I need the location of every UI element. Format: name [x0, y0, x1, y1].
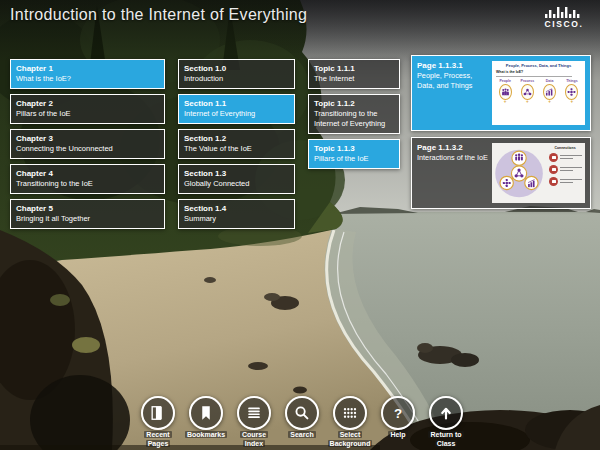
- section-1-4-item[interactable]: Section 1.4 Summary: [178, 199, 295, 229]
- section-1-1-item[interactable]: Section 1.1 Internet of Everything: [178, 94, 295, 124]
- section-subtitle: Introduction: [184, 74, 289, 84]
- toolbar-label: Recent Pages: [144, 431, 171, 448]
- connection-badge-icon: [549, 153, 558, 162]
- connection-row: [549, 165, 582, 174]
- thumbnail-item-things: Things +: [563, 79, 581, 104]
- chapter-2-item[interactable]: Chapter 2 Pillars of the IoE: [10, 94, 165, 124]
- page-subtitle: Interactions of the IoE: [417, 153, 490, 163]
- cisco-logo-text: CISCO.: [541, 19, 587, 29]
- toolbar-label: Course Index: [240, 431, 268, 448]
- toolbar-disc: [333, 396, 367, 430]
- chapter-1-item[interactable]: Chapter 1 What is the IoE?: [10, 59, 165, 89]
- topic-subtitle: The Internet: [314, 74, 394, 84]
- toolbar-button-course-index[interactable]: Course Index: [230, 396, 278, 448]
- chapter-title: Chapter 2: [16, 98, 159, 109]
- thumbnail-title: People, Process, Data, and Things: [492, 61, 585, 68]
- connections-heading: Connections: [548, 146, 582, 150]
- section-subtitle: Globally Connected: [184, 179, 289, 189]
- toolbar: Recent Pages Bookmarks Course Index: [134, 396, 470, 448]
- chapters-column: Chapter 1 What is the IoE? Chapter 2 Pil…: [10, 59, 165, 229]
- page-1-1-3-1-thumbnail: People, Process, Data, and Things What i…: [492, 61, 585, 125]
- chapter-title: Chapter 3: [16, 133, 159, 144]
- chapter-4-item[interactable]: Chapter 4 Transitioning to the IoE: [10, 164, 165, 194]
- page-1-1-3-2-item[interactable]: Page 1.1.3.2 Interactions of the IoE: [411, 137, 591, 209]
- toolbar-button-bookmarks[interactable]: Bookmarks: [182, 396, 230, 448]
- chapter-title: Chapter 4: [16, 168, 159, 179]
- toolbar-button-search[interactable]: Search: [278, 396, 326, 448]
- topics-column: Topic 1.1.1 The Internet Topic 1.1.2 Tra…: [308, 59, 400, 169]
- things-icon: [567, 88, 576, 96]
- process-icon: [523, 88, 532, 96]
- chapter-title: Chapter 5: [16, 203, 159, 214]
- page-1-1-3-2-thumbnail: Connections: [492, 143, 585, 203]
- toolbar-label: Select Background: [328, 431, 373, 448]
- section-1-2-item[interactable]: Section 1.2 The Value of the IoE: [178, 129, 295, 159]
- toolbar-disc: ?: [381, 396, 415, 430]
- svg-text:?: ?: [394, 406, 402, 421]
- toolbar-button-select-background[interactable]: Select Background: [326, 396, 374, 448]
- plus-marker: +: [518, 100, 536, 104]
- section-subtitle: The Value of the IoE: [184, 144, 289, 154]
- course-index-screen: Introduction to the Internet of Everythi…: [0, 0, 600, 450]
- topic-title: Topic 1.1.3: [314, 143, 394, 154]
- connections-list: Connections: [548, 143, 585, 203]
- section-title: Section 1.3: [184, 168, 289, 179]
- connection-row: [549, 153, 582, 162]
- toolbar-button-help[interactable]: ? Help: [374, 396, 422, 448]
- topic-1-1-1-item[interactable]: Topic 1.1.1 The Internet: [308, 59, 400, 89]
- toolbar-label: Bookmarks: [185, 431, 227, 440]
- toolbar-label: Help: [388, 431, 407, 440]
- toolbar-disc: [141, 396, 175, 430]
- topic-1-1-3-item[interactable]: Topic 1.1.3 Pillars of the IoE: [308, 139, 400, 169]
- toolbar-button-return-to-class[interactable]: Return to Class: [422, 396, 470, 448]
- toolbar-disc: [237, 396, 271, 430]
- topic-1-1-2-item[interactable]: Topic 1.1.2 Transitioning to the Interne…: [308, 94, 400, 134]
- sections-column: Section 1.0 Introduction Section 1.1 Int…: [178, 59, 295, 229]
- arrow-up-icon: [436, 403, 456, 423]
- connection-badge-icon: [549, 177, 558, 186]
- chapter-3-item[interactable]: Chapter 3 Connecting the Unconnected: [10, 129, 165, 159]
- thumbnail-heading: What is the IoE?: [496, 70, 585, 74]
- section-subtitle: Summary: [184, 214, 289, 224]
- page-title: Page 1.1.3.2: [417, 142, 490, 153]
- section-title: Section 1.2: [184, 133, 289, 144]
- chapter-subtitle: What is the IoE?: [16, 74, 159, 84]
- plus-marker: +: [496, 100, 514, 104]
- cisco-logo: CISCO.: [541, 7, 587, 29]
- section-1-3-item[interactable]: Section 1.3 Globally Connected: [178, 164, 295, 194]
- toolbar-disc: [429, 396, 463, 430]
- cisco-bars-icon: [545, 7, 583, 18]
- toolbar-disc: [189, 396, 223, 430]
- section-title: Section 1.0: [184, 63, 289, 74]
- page-subtitle: People, Process, Data, and Things: [417, 71, 490, 90]
- thumbnail-icon-row: People +: [492, 79, 585, 104]
- page-title: Page 1.1.3.1: [417, 60, 490, 71]
- topic-subtitle: Transitioning to the Internet of Everyth…: [314, 109, 394, 129]
- section-title: Section 1.1: [184, 98, 289, 109]
- section-subtitle: Internet of Everything: [184, 109, 289, 119]
- bookmark-icon: [196, 403, 216, 423]
- pages-column: Page 1.1.3.1 People, Process, Data, and …: [411, 55, 591, 209]
- topic-title: Topic 1.1.2: [314, 98, 394, 109]
- section-title: Section 1.4: [184, 203, 289, 214]
- grid-dots-icon: [340, 403, 360, 423]
- toolbar-button-recent-pages[interactable]: Recent Pages: [134, 396, 182, 448]
- section-1-0-item[interactable]: Section 1.0 Introduction: [178, 59, 295, 89]
- chapter-subtitle: Transitioning to the IoE: [16, 179, 159, 189]
- thumbnail-text-line: [496, 76, 572, 77]
- people-icon: [501, 88, 510, 96]
- toolbar-label: Return to Class: [428, 431, 463, 448]
- chapter-5-item[interactable]: Chapter 5 Bringing it all Together: [10, 199, 165, 229]
- search-icon: [292, 403, 312, 423]
- page-1-1-3-1-item[interactable]: Page 1.1.3.1 People, Process, Data, and …: [411, 55, 591, 131]
- question-mark-icon: ?: [388, 403, 408, 423]
- connection-row: [549, 177, 582, 186]
- topic-title: Topic 1.1.1: [314, 63, 394, 74]
- chapter-subtitle: Connecting the Unconnected: [16, 144, 159, 154]
- chapter-subtitle: Pillars of the IoE: [16, 109, 159, 119]
- topic-subtitle: Pillars of the IoE: [314, 154, 394, 164]
- data-bar-chart-icon: [545, 88, 554, 96]
- connection-badge-icon: [549, 165, 558, 174]
- chapter-title: Chapter 1: [16, 63, 159, 74]
- plus-marker: +: [541, 100, 559, 104]
